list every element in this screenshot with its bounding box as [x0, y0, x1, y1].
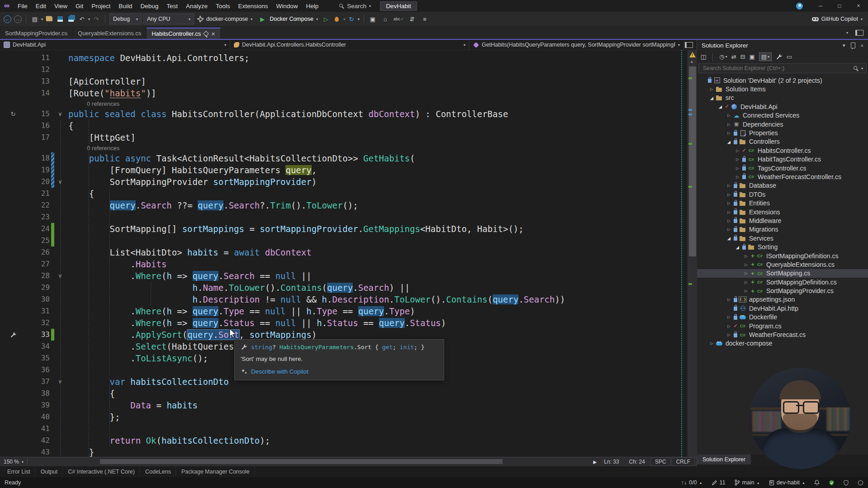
- save-all-icon[interactable]: [66, 14, 76, 24]
- tree-item-sortmapping-cs[interactable]: ▷+SortMapping.cs: [697, 269, 868, 278]
- breadcrumb-class-icon[interactable]: DevHabit.Api.Controllers.HabitsControlle…: [230, 40, 470, 50]
- expander-icon[interactable]: ▷: [708, 341, 715, 346]
- refactor-icon[interactable]: ↻: [10, 108, 16, 120]
- panel-tab-c-interactive-net-core[interactable]: C# Interactive (.NET Core): [63, 466, 140, 477]
- expander-icon[interactable]: ▷: [726, 131, 732, 135]
- horizontal-scrollbar[interactable]: [28, 457, 590, 466]
- tree-item-migrations[interactable]: ▷Migrations: [697, 225, 868, 234]
- tree-item-entities[interactable]: ▷Entities: [697, 199, 868, 207]
- repository-selector[interactable]: dev-habit ▲: [769, 479, 805, 486]
- undo-icon[interactable]: [77, 14, 86, 24]
- menu-view[interactable]: View: [50, 0, 71, 12]
- expander-icon[interactable]: ▷: [734, 148, 741, 153]
- show-all-files-icon[interactable]: ▤: [759, 52, 772, 61]
- tree-item-dependencies[interactable]: ▷Dependencies: [697, 120, 868, 128]
- feedback-status-button[interactable]: [858, 480, 863, 486]
- scroll-right-icon[interactable]: ▶: [591, 460, 600, 464]
- solution-configuration-dropdown[interactable]: Debug: [109, 14, 142, 24]
- menu-tools[interactable]: Tools: [212, 0, 234, 12]
- tree-item-solution-devhabit-2-of-2-projects[interactable]: Solution 'DevHabit' (2 of 2 projects): [697, 76, 868, 85]
- tree-item-controllers[interactable]: ◢Controllers: [697, 137, 868, 146]
- security-button[interactable]: [844, 480, 849, 486]
- close-icon[interactable]: ×: [861, 43, 863, 48]
- tree-item-services[interactable]: ◢Services: [697, 234, 868, 242]
- open-in-browser-icon[interactable]: [381, 14, 390, 24]
- tree-item-devhabit-api[interactable]: ◢✓DevHabit.Api: [697, 102, 868, 111]
- menu-test[interactable]: Test: [162, 0, 182, 12]
- tree-item-devhabit-api-http[interactable]: DevHabit.Api.http: [697, 304, 868, 313]
- expander-icon[interactable]: ▷: [726, 324, 732, 328]
- expander-icon[interactable]: ▷: [726, 192, 732, 197]
- breadcrumb-project-icon[interactable]: DevHabit.Api: [0, 40, 230, 50]
- pin-icon[interactable]: [851, 43, 855, 48]
- redo-icon[interactable]: [92, 14, 101, 24]
- tree-item-sortmappingprovider-cs[interactable]: ▷+SortMappingProvider.cs: [697, 286, 868, 295]
- scrollbar-thumb[interactable]: [689, 66, 696, 256]
- expander-icon[interactable]: ▷: [743, 289, 749, 293]
- solution-name-badge[interactable]: DevHabit: [380, 1, 417, 11]
- close-button[interactable]: [849, 0, 868, 12]
- solution-platform-dropdown[interactable]: Any CPU: [143, 14, 194, 24]
- tree-item-sorting[interactable]: ◢Sorting: [697, 242, 868, 251]
- menu-git[interactable]: Git: [71, 0, 87, 12]
- tree-item-tagscontroller-cs[interactable]: ▷TagsController.cs: [697, 164, 868, 172]
- expander-icon[interactable]: ▷: [734, 175, 741, 179]
- menu-file[interactable]: File: [14, 0, 32, 12]
- expander-icon[interactable]: ▷: [743, 271, 749, 275]
- startup-project-dropdown[interactable]: docker-compose: [196, 16, 254, 22]
- sort-lines-icon[interactable]: [408, 14, 417, 24]
- tree-item-connected-services[interactable]: ▷Connected Services: [697, 111, 868, 120]
- branch-selector[interactable]: main ▲: [735, 479, 760, 486]
- search-solution-input[interactable]: [702, 65, 850, 72]
- expander-icon[interactable]: ▷: [726, 113, 732, 118]
- new-project-icon[interactable]: [30, 14, 39, 24]
- collapse-all-icon[interactable]: ⊟: [740, 53, 745, 60]
- tree-item-src[interactable]: ◢src: [697, 94, 868, 102]
- tree-item-dtos[interactable]: ▷DTOs: [697, 190, 868, 199]
- menu-edit[interactable]: Edit: [32, 0, 50, 12]
- expander-icon[interactable]: ▷: [726, 297, 732, 302]
- tree-item-program-cs[interactable]: ▷✓Program.cs: [697, 322, 868, 330]
- start-without-debugging-button[interactable]: [322, 14, 331, 24]
- menu-project[interactable]: Project: [87, 0, 114, 12]
- expander-icon[interactable]: ▷: [726, 183, 732, 188]
- hot-reload-icon[interactable]: [332, 14, 342, 24]
- scrollbar-thumb[interactable]: [100, 459, 503, 464]
- maximize-button[interactable]: [830, 0, 849, 12]
- fold-chevron-icon[interactable]: ∨: [54, 176, 66, 188]
- restart-button[interactable]: [347, 14, 356, 24]
- save-icon[interactable]: [56, 14, 65, 24]
- feedback-icon[interactable]: [796, 3, 803, 9]
- tab-habitscontroller-cs[interactable]: HabitsController.cs: [147, 28, 220, 39]
- split-window-icon[interactable]: [855, 30, 863, 36]
- expander-icon[interactable]: ▷: [734, 157, 741, 161]
- tree-item-dockerfile[interactable]: ▷Dockerfile: [697, 313, 868, 322]
- panel-tab-package-manager-console[interactable]: Package Manager Console: [177, 466, 255, 477]
- tree-item-properties[interactable]: ▷Properties: [697, 128, 868, 137]
- expander-icon[interactable]: ▷: [726, 218, 732, 223]
- window-position-chevron-icon[interactable]: [843, 43, 845, 48]
- code-editor[interactable]: 11namespace DevHabit.Api.Controllers;121…: [0, 50, 688, 457]
- expander-icon[interactable]: ▷: [726, 227, 732, 232]
- split-editor-icon[interactable]: [685, 42, 693, 48]
- properties-icon[interactable]: ▣: [749, 53, 754, 60]
- git-sync-status[interactable]: ↑↓ 0/0 ▲: [681, 479, 702, 486]
- codelens-references[interactable]: 0 references: [87, 100, 119, 107]
- pin-icon[interactable]: [203, 31, 209, 37]
- breadcrumb-method-icon[interactable]: GetHabits(HabitsQueryParameters query, S…: [470, 40, 684, 50]
- tree-item-extensions[interactable]: ▷Extensions: [697, 208, 868, 216]
- fold-chevron-icon[interactable]: ∨: [54, 376, 66, 388]
- expander-icon[interactable]: ◢: [734, 245, 741, 250]
- tree-item-habittagscontroller-cs[interactable]: ▷HabitTagsController.cs: [697, 155, 868, 164]
- menu-help[interactable]: Help: [302, 0, 323, 12]
- pending-changes-filter-icon[interactable]: ◷: [719, 53, 727, 60]
- codelens-references[interactable]: 0 references: [87, 145, 119, 152]
- zoom-selector[interactable]: 150 %: [0, 459, 27, 465]
- expander-icon[interactable]: ▷: [743, 280, 749, 284]
- open-folder-icon[interactable]: [45, 14, 54, 24]
- tab-queryableextensions-cs[interactable]: QueryableExtensions.cs: [73, 28, 147, 39]
- github-copilot-button[interactable]: GitHub Copilot: [810, 16, 864, 22]
- tree-item-database[interactable]: ▷Database: [697, 181, 868, 190]
- minimize-button[interactable]: [811, 0, 830, 12]
- forward-icon[interactable]: [14, 15, 22, 23]
